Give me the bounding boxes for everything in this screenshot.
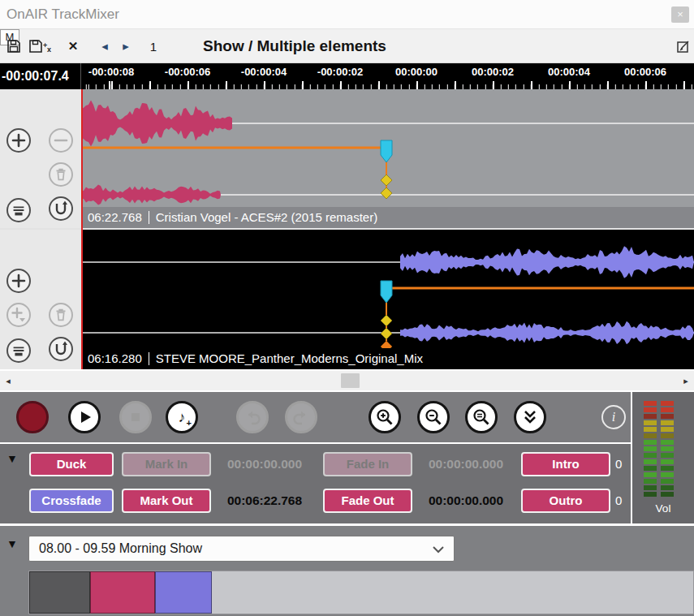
fade-in-button[interactable]: Fade In [323,452,412,476]
mark-in-flag[interactable] [381,281,392,303]
loop-button[interactable] [49,337,73,361]
collapse-edit-panel-icon[interactable]: ▼ [6,452,18,465]
vu-segment [661,479,674,484]
waveform-left-channel [81,100,232,146]
add-with-options-button[interactable] [6,303,31,327]
play-icon [75,408,93,426]
mark-out-button[interactable]: Mark Out [122,489,211,513]
add-element-button[interactable] [6,128,31,153]
layers-icon [10,342,28,360]
ruler-tick-label: -00:00:08 [88,66,134,78]
vu-segment [644,446,657,451]
stop-button[interactable] [119,401,152,433]
collapse-playlist-icon[interactable]: ▼ [6,537,18,550]
window-close-button[interactable]: × [671,6,689,23]
vu-segment [644,492,657,497]
layers-button[interactable] [6,338,31,363]
track-duration: 06:16.280 [88,348,142,369]
vu-segment [661,414,674,419]
playlist-block-generic[interactable] [29,571,90,614]
info-button[interactable]: i [601,405,626,429]
scrollbar-thumb[interactable] [341,373,360,388]
fade-in-time: 00:00:00.000 [416,452,516,476]
waveform-right-channel [400,321,694,344]
zoom-fit-icon [472,407,491,427]
track-2-waveform-area[interactable]: 06:16.280 STEVE MOORE_Panther_Moderns_Or… [81,230,694,369]
envelope-node-icon[interactable] [381,328,392,339]
track-duration: 06:22.768 [88,207,142,228]
envelope-node-icon[interactable] [381,187,392,199]
timeline-ruler[interactable]: -00:00:07.4 -00:00:08-00:00:06-00:00:04-… [0,63,694,89]
vu-segment [661,453,674,458]
page-counter: 1 [146,29,161,63]
minus-icon [51,131,71,150]
outro-button[interactable]: Outro [521,489,610,513]
mark-in-button[interactable]: Mark In [122,452,211,476]
duck-button[interactable]: Duck [29,452,114,476]
scroll-left-button[interactable]: ◂ [0,371,16,390]
vu-segment [644,427,657,432]
play-button[interactable] [68,401,101,433]
expand-all-button[interactable] [514,401,546,433]
vu-segment [644,401,657,406]
track-1-controls [0,89,81,228]
double-chevron-down-icon [520,407,540,427]
save-and-close-button[interactable]: + x [28,29,54,63]
redo-button[interactable] [285,401,317,433]
playlist-panel: ▼ 08.00 - 09.59 Morning Show [0,526,694,616]
vu-segment [661,485,674,490]
nav-next-button[interactable]: ▸ [117,29,135,63]
record-button[interactable] [16,401,49,433]
info-divider [149,352,149,365]
horizontal-scrollbar[interactable]: ◂ ▸ [0,371,694,390]
vu-segment [644,420,657,425]
envelope-node-icon[interactable] [381,315,392,326]
trash-icon [52,166,70,183]
intro-count: 0 [615,452,622,476]
vu-segment [661,466,674,471]
save-button[interactable] [3,29,24,63]
ruler-tick-label: 00:00:04 [548,66,590,78]
add-element-button[interactable] [6,269,31,293]
ruler-tick-label: -00:00:06 [165,66,210,78]
playlist-block-next[interactable] [155,571,212,614]
vu-panel: Vol [632,392,694,523]
add-jingle-button[interactable]: ♪ + [166,401,198,433]
zoom-fit-button[interactable] [465,401,498,433]
mark-out-flag[interactable] [381,140,392,162]
loop-icon [51,339,71,359]
playhead-cursor[interactable] [81,89,83,369]
zoom-in-button[interactable] [369,401,401,433]
floppy-plus-x-icon: + x [28,38,53,54]
undo-button[interactable] [236,401,269,433]
zoom-out-icon [424,407,443,427]
vu-segment [661,440,674,445]
vu-segment [644,479,657,484]
delete-element-button[interactable] [49,303,73,327]
close-element-button[interactable]: ✕ [63,29,83,63]
edit-panel: ▼ Duck Mark In 00:00:00.000 Fade In 00:0… [0,444,631,523]
playlist-block-current[interactable] [90,571,155,614]
zoom-out-button[interactable] [417,401,450,433]
vu-segment [644,466,657,471]
playlist-timeline-strip[interactable] [28,571,694,614]
crossfade-button[interactable]: Crossfade [29,489,114,513]
intro-button[interactable]: Intro [521,452,610,476]
vu-segment [661,459,674,464]
nav-prev-button[interactable]: ◂ [96,29,114,63]
layers-button[interactable] [6,198,31,222]
plus-icon: + [187,419,192,428]
delete-element-button[interactable] [49,162,73,187]
layers-icon [10,201,28,219]
remove-element-button[interactable] [49,128,73,153]
track-2: 06:16.280 STEVE MOORE_Panther_Moderns_Or… [0,230,694,369]
vu-segment [661,433,674,438]
loop-button[interactable] [49,196,73,221]
show-selector-dropdown[interactable]: 08.00 - 09.59 Morning Show [28,536,455,562]
fade-out-button[interactable]: Fade Out [323,489,412,513]
scroll-right-button[interactable]: ▸ [678,371,694,390]
track-1-waveform-area[interactable]: 06:22.768 Cristian Vogel - ACES#2 (2015 … [81,89,694,228]
fade-out-time: 00:00:00.000 [416,489,516,513]
edit-note-icon[interactable] [675,29,692,63]
envelope-node-icon[interactable] [381,174,392,186]
